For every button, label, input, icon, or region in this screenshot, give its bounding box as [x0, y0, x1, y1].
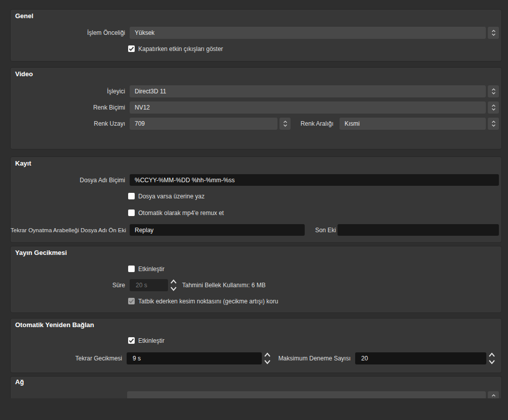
updown-chevron-icon [491, 394, 496, 398]
group-video-title: Video [15, 70, 33, 78]
renderer-select[interactable]: Direct3D 11 [130, 85, 486, 97]
group-genel-title: Genel [15, 12, 33, 20]
stream-delay-enable-checkbox[interactable] [128, 266, 135, 272]
overwrite-checkbox[interactable] [128, 193, 135, 199]
color-space-label: Renk Uzayı [11, 118, 125, 130]
advanced-settings-page: Genel İşlem Önceliği Yüksek Kapatırken e… [0, 0, 508, 420]
group-otomatik-yeniden-baglan: Otomatik Yeniden Bağlan Etkinleştir Tekr… [10, 318, 502, 373]
updown-chevron-icon [491, 120, 496, 127]
remux-label[interactable]: Otomatik olarak mp4'e remux et [138, 209, 224, 217]
spin-updown-icon [264, 352, 271, 365]
color-range-label: Renk Aralığı [273, 118, 333, 130]
suffix-label: Son Eki [293, 224, 336, 236]
replay-prefix-label: Tekrar Oynatma Arabelleği Dosya Adı Ön E… [11, 224, 125, 236]
color-range-select[interactable]: Kısmi [340, 118, 486, 130]
check-icon [128, 337, 135, 344]
group-kayit-title: Kayıt [15, 160, 31, 167]
memory-usage-label: Tahmini Bellek Kullanımı: 6 MB [182, 279, 265, 291]
check-icon [128, 45, 135, 52]
process-priority-label: İşlem Önceliği [11, 27, 125, 39]
stream-delay-enable-label[interactable]: Etkinleştir [138, 266, 164, 273]
group-genel: Genel İşlem Önceliği Yüksek Kapatırken e… [10, 9, 502, 62]
group-yayin-gecikmesi-title: Yayın Gecikmesi [15, 249, 67, 256]
updown-chevron-icon [491, 29, 496, 36]
preserve-cutoff-checkbox [128, 298, 135, 304]
network-select-arrows[interactable] [488, 391, 499, 398]
updown-chevron-icon [491, 104, 496, 111]
color-range-select-arrows[interactable] [488, 118, 499, 130]
process-priority-select-arrows[interactable] [488, 27, 499, 39]
network-select[interactable] [127, 391, 486, 398]
group-ag-title: Ağ [15, 378, 24, 386]
duration-label: Süre [11, 279, 125, 291]
reconnect-enable-checkbox[interactable] [128, 337, 135, 344]
check-icon [128, 298, 135, 304]
max-retries-label: Maksimum Deneme Sayısı [275, 352, 351, 364]
renderer-select-arrows[interactable] [488, 85, 499, 97]
filename-format-input[interactable] [130, 174, 499, 186]
group-yayin-gecikmesi: Yayın Gecikmesi Etkinleştir Süre Tahmini… [10, 246, 502, 313]
max-retries-spinbox[interactable] [355, 352, 486, 364]
retry-delay-label: Tekrar Gecikmesi [11, 352, 122, 364]
show-active-outputs-checkbox[interactable] [128, 45, 135, 52]
spin-updown-icon [170, 279, 177, 292]
group-video: Video İşleyici Direct3D 11 Renk Biçimi N… [10, 67, 502, 149]
max-retries-spin-arrows[interactable] [487, 351, 496, 366]
color-space-select[interactable]: 709 [130, 118, 277, 130]
retry-delay-spin-arrows[interactable] [263, 351, 272, 366]
preserve-cutoff-label: Tatbik ederken kesim noktasını (gecikme … [138, 298, 278, 305]
process-priority-select[interactable]: Yüksek [130, 27, 486, 39]
filename-format-label: Dosya Adı Biçimi [11, 174, 125, 186]
replay-prefix-input[interactable] [130, 224, 305, 236]
show-active-outputs-label[interactable]: Kapatırken etkin çıkışları göster [138, 45, 223, 52]
overwrite-label[interactable]: Dosya varsa üzerine yaz [138, 193, 204, 200]
color-format-select-arrows[interactable] [488, 101, 499, 114]
group-kayit: Kayıt Dosya Adı Biçimi Dosya varsa üzeri… [10, 156, 502, 243]
spin-updown-icon [488, 352, 495, 365]
reconnect-enable-label[interactable]: Etkinleştir [138, 337, 164, 344]
color-format-label: Renk Biçimi [11, 101, 125, 114]
color-format-select[interactable]: NV12 [130, 101, 486, 114]
duration-spin-arrows[interactable] [169, 278, 178, 293]
duration-spinbox [130, 279, 168, 291]
suffix-input[interactable] [337, 224, 499, 236]
retry-delay-spinbox[interactable] [127, 352, 262, 364]
updown-chevron-icon [491, 88, 496, 95]
remux-checkbox[interactable] [128, 209, 135, 216]
renderer-label: İşleyici [11, 85, 125, 97]
group-otomatik-yeniden-baglan-title: Otomatik Yeniden Bağlan [15, 321, 94, 329]
group-ag: Ağ [10, 376, 502, 398]
